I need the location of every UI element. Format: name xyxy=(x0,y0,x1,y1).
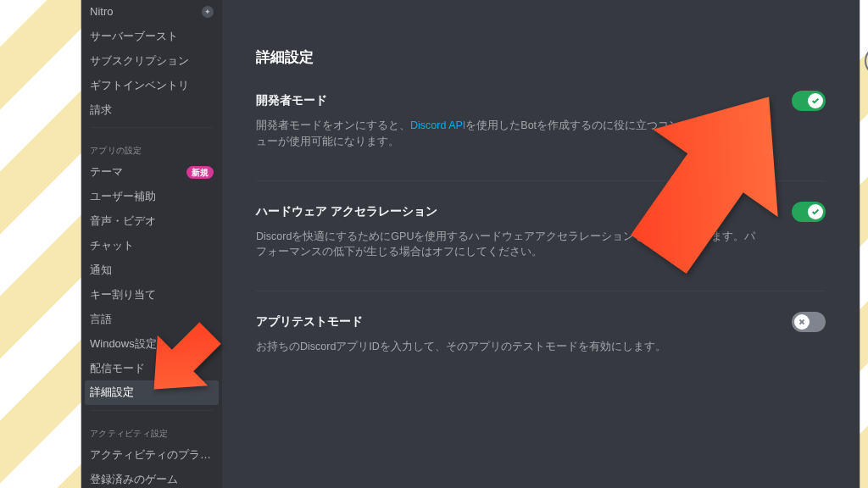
sidebar-item-nitro[interactable]: Nitro ✦ xyxy=(81,0,222,25)
toggle-knob xyxy=(808,93,823,108)
sidebar-item-label: 通知 xyxy=(90,263,112,278)
setting-divider xyxy=(256,291,826,291)
sidebar-item-server-boost[interactable]: サーバーブースト xyxy=(81,25,222,49)
settings-window: Nitro ✦ サーバーブースト サブスクリプション ギフトインベントリ 請求 … xyxy=(81,0,860,488)
esc-label: ESC xyxy=(861,81,868,92)
setting-divider xyxy=(256,180,826,181)
sidebar-item-label: サブスクリプション xyxy=(90,54,189,69)
sidebar-item-label: Windows設定 xyxy=(90,337,157,352)
page-title: 詳細設定 xyxy=(256,47,826,67)
sidebar-item-label: 言語 xyxy=(90,313,112,327)
setting-description: お持ちのDiscordアプリIDを入力して、そのアプリのテストモードを有効にしま… xyxy=(256,339,756,355)
sidebar-item-billing[interactable]: 請求 xyxy=(81,98,222,123)
sidebar-item-label: 配信モード xyxy=(90,362,145,376)
check-icon xyxy=(811,97,820,105)
setting-description: 開発者モードをオンにすると、Discord APIを使用したBotを作成するのに… xyxy=(256,118,756,150)
setting-title: 開発者モード xyxy=(256,93,327,108)
setting-title: ハードウェア アクセラレーション xyxy=(256,204,437,219)
sidebar-divider xyxy=(90,410,214,411)
sidebar-item-label: チャット xyxy=(90,239,134,253)
sidebar-header-activity-settings: アクティビティ設定 xyxy=(81,416,222,443)
sidebar-item-streamer-mode[interactable]: 配信モード xyxy=(81,357,222,381)
app-test-mode-toggle[interactable] xyxy=(792,312,826,332)
sidebar-item-label: 請求 xyxy=(90,103,112,118)
sidebar-item-label: アクティビティのプラ… xyxy=(90,448,211,463)
developer-mode-toggle[interactable] xyxy=(792,91,826,111)
sidebar-item-label: 音声・ビデオ xyxy=(90,214,156,229)
sidebar-item-windows-settings[interactable]: Windows設定 xyxy=(81,332,222,357)
sidebar-item-label: ユーザー補助 xyxy=(90,190,156,204)
sidebar-item-language[interactable]: 言語 xyxy=(81,308,222,332)
new-badge: 新規 xyxy=(186,166,214,179)
sidebar-item-label: 詳細設定 xyxy=(90,385,134,400)
hardware-acceleration-toggle[interactable] xyxy=(792,202,826,222)
sidebar-item-chat[interactable]: チャット xyxy=(81,234,222,258)
sidebar-item-registered-games[interactable]: 登録済みのゲーム xyxy=(81,468,222,488)
toggle-knob xyxy=(808,204,823,219)
sidebar-item-keybinds[interactable]: キー割り当て xyxy=(81,283,222,308)
sidebar-item-notifications[interactable]: 通知 xyxy=(81,258,222,283)
sidebar-item-label: 登録済みのゲーム xyxy=(90,473,178,487)
sidebar-item-label: テーマ xyxy=(90,165,123,180)
check-icon xyxy=(811,208,820,216)
sidebar-header-app-settings: アプリの設定 xyxy=(81,133,222,160)
sidebar-item-advanced[interactable]: 詳細設定 xyxy=(85,380,219,405)
sidebar-item-voice-video[interactable]: 音声・ビデオ xyxy=(81,209,222,234)
settings-sidebar: Nitro ✦ サーバーブースト サブスクリプション ギフトインベントリ 請求 … xyxy=(81,0,222,488)
x-icon xyxy=(798,318,806,326)
setting-title: アプリテストモード xyxy=(256,314,363,330)
sidebar-item-label: ギフトインベントリ xyxy=(90,79,189,93)
settings-content: 詳細設定 開発者モード 開発者モードをオンにすると、Discord APIを使用… xyxy=(222,0,860,488)
setting-developer-mode: 開発者モード 開発者モードをオンにすると、Discord APIを使用したBot… xyxy=(256,91,826,150)
sidebar-item-theme[interactable]: テーマ 新規 xyxy=(81,160,222,185)
sidebar-item-label: サーバーブースト xyxy=(90,30,178,44)
sidebar-item-activity-privacy[interactable]: アクティビティのプラ… xyxy=(81,443,222,468)
sidebar-item-label: Nitro xyxy=(90,5,113,19)
sidebar-item-accessibility[interactable]: ユーザー補助 xyxy=(81,185,222,209)
close-button[interactable] xyxy=(865,46,868,76)
sidebar-item-gift-inventory[interactable]: ギフトインベントリ xyxy=(81,74,222,98)
setting-app-test-mode: アプリテストモード お持ちのDiscordアプリIDを入力して、そのアプリのテス… xyxy=(256,312,826,355)
sidebar-item-label: キー割り当て xyxy=(90,288,156,302)
discord-api-link[interactable]: Discord API xyxy=(410,119,465,131)
close-panel: ESC xyxy=(861,46,868,92)
setting-description: Discordを快適にするためにGPUを使用するハードウェアアクセラレーションを… xyxy=(256,229,756,261)
nitro-icon: ✦ xyxy=(202,6,214,18)
sidebar-item-subscription[interactable]: サブスクリプション xyxy=(81,49,222,74)
sidebar-divider xyxy=(90,127,214,128)
setting-hardware-acceleration: ハードウェア アクセラレーション Discordを快適にするためにGPUを使用す… xyxy=(256,202,826,261)
toggle-knob xyxy=(794,314,810,330)
